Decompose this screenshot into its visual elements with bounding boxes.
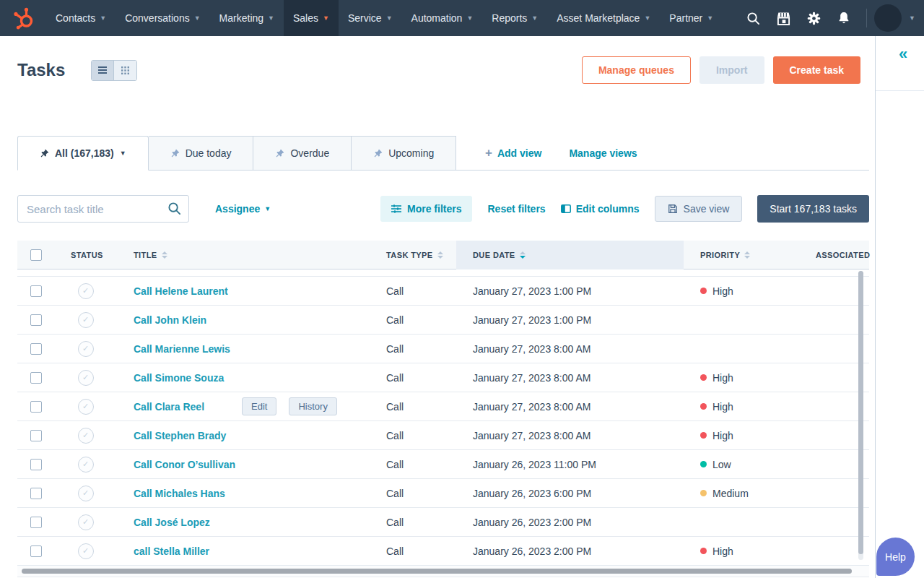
- nav-item-sales[interactable]: Sales ▼: [284, 0, 339, 36]
- edit-button[interactable]: Edit: [242, 397, 276, 415]
- column-header-task-type[interactable]: TASK TYPE: [370, 241, 456, 269]
- nav-item-asset-marketplace[interactable]: Asset Marketplace ▼: [547, 0, 660, 36]
- row-checkbox[interactable]: [30, 314, 42, 326]
- column-header-status[interactable]: STATUS: [54, 241, 117, 269]
- nav-item-service[interactable]: Service ▼: [339, 0, 402, 36]
- task-title-link[interactable]: Call Helene Laurent: [134, 285, 228, 297]
- more-filters-button[interactable]: More filters: [380, 196, 472, 222]
- plus-icon: +: [485, 146, 492, 160]
- account-chevron-down-icon[interactable]: ▼: [909, 14, 915, 22]
- column-header-due-date[interactable]: DUE DATE: [456, 241, 684, 269]
- filter-sliders-icon: [391, 204, 401, 213]
- complete-check-icon[interactable]: ✓: [78, 399, 94, 415]
- search-task-input[interactable]: [17, 195, 189, 223]
- create-task-button[interactable]: Create task: [773, 56, 861, 84]
- row-checkbox[interactable]: [30, 430, 42, 441]
- reset-filters-link[interactable]: Reset filters: [487, 203, 545, 215]
- add-view-button[interactable]: + Add view: [485, 146, 541, 160]
- priority-dot-icon: [700, 461, 707, 467]
- list-view-icon: [98, 66, 107, 74]
- complete-check-icon[interactable]: ✓: [78, 370, 94, 386]
- settings-gear-icon[interactable]: [798, 0, 829, 36]
- help-button[interactable]: Help: [876, 538, 915, 576]
- nav-item-partner[interactable]: Partner ▼: [660, 0, 723, 36]
- manage-views-link[interactable]: Manage views: [569, 147, 637, 159]
- row-checkbox[interactable]: [30, 459, 42, 470]
- table-row: ✓ Call Marienne Lewis Call January 27, 2…: [17, 335, 869, 363]
- complete-check-icon[interactable]: ✓: [78, 514, 94, 530]
- nav-item-reports[interactable]: Reports ▼: [482, 0, 547, 36]
- row-checkbox[interactable]: [30, 343, 42, 355]
- horizontal-scrollbar-thumb[interactable]: [22, 569, 852, 574]
- complete-check-icon[interactable]: ✓: [78, 457, 94, 473]
- row-select-cell: [17, 459, 54, 470]
- nav-item-contacts[interactable]: Contacts ▼: [46, 0, 116, 36]
- start-tasks-button[interactable]: Start 167,183 tasks: [757, 195, 869, 223]
- top-nav: Contacts ▼ Conversations ▼ Marketing ▼ S…: [0, 0, 924, 36]
- row-checkbox[interactable]: [30, 545, 42, 557]
- row-checkbox[interactable]: [30, 372, 42, 384]
- panel-divider: [876, 90, 924, 91]
- search-icon[interactable]: [738, 0, 768, 36]
- column-header-title[interactable]: TITLE: [117, 241, 370, 269]
- task-title-link[interactable]: call Stella Miller: [134, 545, 209, 557]
- row-status-cell: ✓: [54, 341, 117, 357]
- row-checkbox[interactable]: [30, 401, 42, 413]
- search-icon[interactable]: [167, 202, 181, 218]
- tab-due-today[interactable]: Due today: [149, 136, 254, 171]
- row-checkbox[interactable]: [30, 488, 42, 499]
- task-title-link[interactable]: Call John Klein: [134, 314, 206, 326]
- priority-dot-icon: [700, 490, 707, 496]
- board-view-button[interactable]: [114, 61, 136, 80]
- row-priority-cell: High: [684, 545, 799, 557]
- complete-check-icon[interactable]: ✓: [78, 486, 94, 501]
- task-title-link[interactable]: Call Marienne Lewis: [134, 343, 230, 355]
- vertical-scrollbar[interactable]: [858, 271, 863, 560]
- list-view-button[interactable]: [92, 61, 114, 80]
- vertical-scrollbar-thumb[interactable]: [858, 271, 863, 554]
- row-checkbox[interactable]: [30, 285, 42, 297]
- collapse-panel-icon[interactable]: «: [899, 45, 907, 64]
- complete-check-icon[interactable]: ✓: [78, 428, 94, 444]
- import-button[interactable]: Import: [699, 56, 764, 84]
- notifications-bell-icon[interactable]: [829, 0, 859, 36]
- tab-upcoming[interactable]: Upcoming: [352, 136, 456, 171]
- manage-queues-button[interactable]: Manage queues: [582, 56, 691, 84]
- row-type-cell: Call: [370, 517, 456, 528]
- task-title-link[interactable]: Call Stephen Brady: [134, 430, 226, 441]
- nav-item-automation[interactable]: Automation ▼: [402, 0, 483, 36]
- column-header-associated[interactable]: ASSOCIATED: [799, 241, 869, 269]
- task-title-link[interactable]: Call José Lopez: [134, 517, 210, 528]
- row-checkbox[interactable]: [30, 517, 42, 528]
- task-title-link[interactable]: Call Clara Reel: [134, 401, 204, 413]
- sort-arrows-icon[interactable]: [437, 251, 443, 259]
- sort-arrows-icon[interactable]: [162, 251, 167, 259]
- nav-item-label: Conversations: [125, 12, 190, 24]
- sort-arrows-icon[interactable]: [744, 251, 750, 259]
- sort-arrows-icon[interactable]: [520, 251, 526, 259]
- complete-check-icon[interactable]: ✓: [78, 341, 94, 357]
- select-all-checkbox[interactable]: [30, 249, 42, 261]
- horizontal-scrollbar[interactable]: [17, 566, 869, 577]
- row-select-cell: [17, 488, 54, 499]
- user-avatar[interactable]: [874, 4, 902, 32]
- tab-overdue[interactable]: Overdue: [253, 136, 352, 171]
- complete-check-icon[interactable]: ✓: [78, 543, 94, 559]
- save-view-button[interactable]: Save view: [655, 196, 743, 222]
- row-due-cell: January 27, 2023 1:00 PM: [456, 314, 684, 326]
- complete-check-icon[interactable]: ✓: [78, 312, 94, 328]
- task-title-link[interactable]: Call Michales Hans: [134, 488, 225, 499]
- marketplace-icon[interactable]: [768, 0, 798, 36]
- edit-columns-button[interactable]: Edit columns: [561, 203, 640, 215]
- complete-check-icon[interactable]: ✓: [78, 283, 94, 299]
- assignee-filter-dropdown[interactable]: Assignee ▼: [215, 203, 271, 215]
- history-button[interactable]: History: [289, 397, 336, 415]
- row-select-cell: [17, 372, 54, 384]
- task-title-link[interactable]: Call Conor O’sullivan: [134, 459, 235, 470]
- nav-item-marketing[interactable]: Marketing ▼: [210, 0, 284, 36]
- hubspot-logo-icon[interactable]: [12, 6, 36, 30]
- tab-all[interactable]: All (167,183) ▼: [17, 136, 149, 171]
- column-header-priority[interactable]: PRIORITY: [684, 241, 799, 269]
- task-title-link[interactable]: Call Simone Souza: [134, 372, 224, 384]
- nav-item-conversations[interactable]: Conversations ▼: [116, 0, 209, 36]
